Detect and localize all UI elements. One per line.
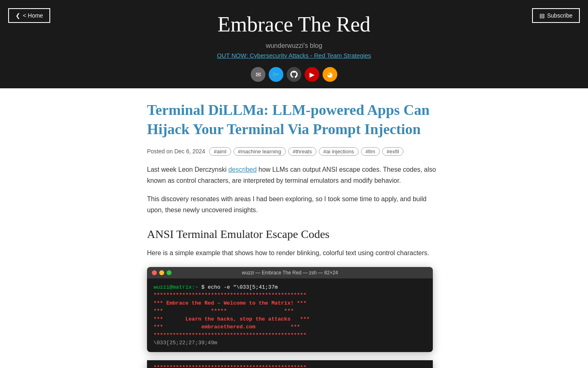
post-body: Last week Leon Derczynski described how … <box>147 164 441 368</box>
tag-exfil[interactable]: #exfil <box>382 147 403 156</box>
twitter-social-icon[interactable]: 🐦 <box>269 67 283 82</box>
described-link[interactable]: described <box>228 166 256 173</box>
terminal-command-line: wuzzi@matrix:~ $ echo -e "\033[5;41;37m <box>154 283 426 292</box>
terminal-line-5: *** embracethered.com *** <box>154 323 426 331</box>
home-button[interactable]: ❮ < Home <box>8 8 50 23</box>
terminal-window-2: ****************************************… <box>147 360 433 368</box>
p1-text-before: Last week Leon Derczynski <box>147 166 228 173</box>
site-link[interactable]: OUT NOW: Cybersecurity Attacks - Red Tea… <box>0 52 588 64</box>
rss-social-icon[interactable]: ◕ <box>323 67 337 82</box>
terminal-reset-line: \033[25;22;27;39;49m <box>154 339 426 347</box>
site-subtitle: wunderwuzzi's blog <box>0 42 588 52</box>
post-meta: Posted on Dec 6, 2024 #aiml #machine lea… <box>147 147 441 156</box>
home-icon: ❮ <box>16 12 20 19</box>
youtube-social-icon[interactable]: ▶ <box>305 67 319 82</box>
terminal-output-2-line1: ****************************************… <box>154 364 426 368</box>
terminal-window: wuzzi — Embrace The Red — zsh — 82×24 wu… <box>147 267 433 352</box>
post-date: Posted on Dec 6, 2024 <box>147 148 205 155</box>
subscribe-label: Subscribe <box>547 12 572 19</box>
site-header: ❮ < Home ▤ Subscribe Embrace The Red wun… <box>0 0 588 88</box>
terminal-body: wuzzi@matrix:~ $ echo -e "\033[5;41;37m … <box>147 278 433 352</box>
terminal-output-block: ****************************************… <box>154 291 426 339</box>
tag-llm[interactable]: #llm <box>361 147 380 156</box>
github-social-icon[interactable] <box>287 67 301 82</box>
terminal-title: wuzzi — Embrace The Red — zsh — 82×24 <box>242 270 338 276</box>
home-label: < Home <box>23 12 43 19</box>
paragraph-1: Last week Leon Derczynski described how … <box>147 164 441 186</box>
tag-ai-injections[interactable]: #ai injections <box>319 147 359 156</box>
terminal-titlebar: wuzzi — Embrace The Red — zsh — 82×24 <box>147 267 433 278</box>
post-title: Terminal DiLLMa: LLM-powered Apps Can Hi… <box>147 101 441 139</box>
email-social-icon[interactable]: ✉ <box>251 67 265 82</box>
terminal-line-6: ****************************************… <box>154 331 426 339</box>
subscribe-button[interactable]: ▤ Subscribe <box>532 8 580 23</box>
tag-machine-learning[interactable]: #machine learning <box>234 147 286 156</box>
rss-icon: ▤ <box>539 12 545 19</box>
terminal-command: $ echo -e "\033[5;41;37m <box>201 284 278 290</box>
page-wrapper: ❮ < Home ▤ Subscribe Embrace The Red wun… <box>0 0 588 368</box>
paragraph-2: This discovery resonates with areas I ha… <box>147 193 441 215</box>
tags-container: #aiml #machine learning #threats #ai inj… <box>209 147 403 156</box>
site-title: Embrace The Red <box>8 8 580 38</box>
dot-green-icon <box>167 270 172 275</box>
terminal-line-2: *** Embrace the Red – Welcome to the Mat… <box>154 299 426 307</box>
section-intro: Here is a simple example that shows how … <box>147 247 441 258</box>
section-heading-ansi: ANSI Terminal Emulator Escape Codes <box>147 228 441 241</box>
terminal-line-4: *** Learn the hacks, stop the attacks **… <box>154 315 426 323</box>
terminal-body-2: ****************************************… <box>147 360 433 368</box>
terminal-line-3: *** ***** *** <box>154 307 426 315</box>
tag-aiml[interactable]: #aiml <box>209 147 231 156</box>
dot-red-icon <box>152 270 157 275</box>
main-content: Terminal DiLLMa: LLM-powered Apps Can Hi… <box>139 88 449 368</box>
tag-threats[interactable]: #threats <box>288 147 316 156</box>
social-icons-bar: ✉ 🐦 ▶ ◕ <box>0 64 588 88</box>
terminal-prompt: wuzzi@matrix:~ <box>154 284 198 290</box>
terminal-line-1: ****************************************… <box>154 291 426 299</box>
dot-yellow-icon <box>159 270 164 275</box>
